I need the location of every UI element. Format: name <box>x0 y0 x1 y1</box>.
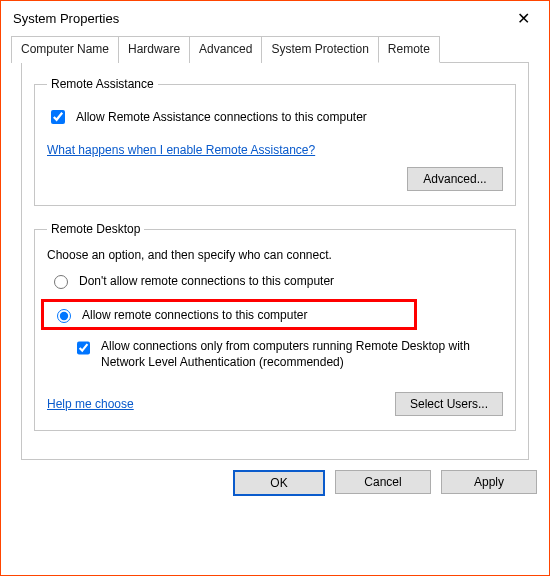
radio-row-allow: Allow remote connections to this compute… <box>50 306 408 323</box>
checkbox-allow-remote-assistance[interactable] <box>51 110 65 124</box>
window-title: System Properties <box>13 11 119 26</box>
group-remote-desktop: Remote Desktop Choose an option, and the… <box>34 222 516 431</box>
link-help-me-choose[interactable]: Help me choose <box>47 397 134 411</box>
button-ok[interactable]: OK <box>233 470 325 496</box>
legend-remote-assistance: Remote Assistance <box>47 77 158 91</box>
group-remote-assistance: Remote Assistance Allow Remote Assistanc… <box>34 77 516 206</box>
titlebar: System Properties ✕ <box>1 1 549 35</box>
button-cancel[interactable]: Cancel <box>335 470 431 494</box>
tab-strip: Computer Name Hardware Advanced System P… <box>11 35 539 62</box>
legend-remote-desktop: Remote Desktop <box>47 222 144 236</box>
tab-remote[interactable]: Remote <box>378 36 440 63</box>
label-allow-remote: Allow remote connections to this compute… <box>82 308 307 322</box>
radio-allow-remote[interactable] <box>57 309 71 323</box>
checkbox-nla[interactable] <box>77 341 90 355</box>
radio-deny-remote[interactable] <box>54 275 68 289</box>
button-ra-advanced[interactable]: Advanced... <box>407 167 503 191</box>
tabs-container: Computer Name Hardware Advanced System P… <box>1 35 549 460</box>
label-allow-remote-assistance: Allow Remote Assistance connections to t… <box>76 110 367 124</box>
label-nla: Allow connections only from computers ru… <box>101 338 503 370</box>
button-apply[interactable]: Apply <box>441 470 537 494</box>
tab-computer-name[interactable]: Computer Name <box>11 36 119 63</box>
button-select-users[interactable]: Select Users... <box>395 392 503 416</box>
tab-hardware[interactable]: Hardware <box>118 36 190 63</box>
row-ra-checkbox: Allow Remote Assistance connections to t… <box>47 107 503 127</box>
tab-panel-remote: Remote Assistance Allow Remote Assistanc… <box>21 62 529 460</box>
system-properties-window: System Properties ✕ Computer Name Hardwa… <box>0 0 550 576</box>
row-rd-bottom: Help me choose Select Users... <box>47 392 503 416</box>
row-nla: Allow connections only from computers ru… <box>73 338 503 370</box>
radio-row-deny: Don't allow remote connections to this c… <box>47 272 503 289</box>
text-rd-instruction: Choose an option, and then specify who c… <box>47 248 503 262</box>
tab-system-protection[interactable]: System Protection <box>261 36 378 63</box>
dialog-button-row: OK Cancel Apply <box>1 460 549 508</box>
close-icon[interactable]: ✕ <box>503 4 543 32</box>
tab-advanced[interactable]: Advanced <box>189 36 262 63</box>
link-ra-help[interactable]: What happens when I enable Remote Assist… <box>47 143 315 157</box>
label-deny-remote: Don't allow remote connections to this c… <box>79 274 334 288</box>
highlight-allow-remote: Allow remote connections to this compute… <box>41 299 417 330</box>
